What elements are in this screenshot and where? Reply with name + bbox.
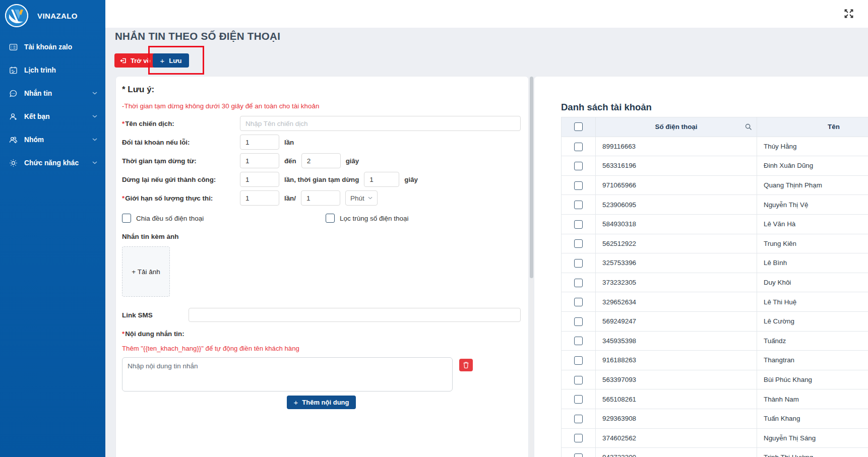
topbar xyxy=(105,0,868,28)
link-sms-input[interactable] xyxy=(189,308,521,322)
split-phones-checkbox[interactable] xyxy=(122,214,131,223)
note-warning: -Thời gian tạm dừng không dưới 30 giây đ… xyxy=(122,102,521,110)
pause-range-suffix: giây xyxy=(346,157,359,165)
add-content-button[interactable]: + Thêm nội dung xyxy=(287,396,356,409)
plus-icon: + xyxy=(294,399,298,406)
row-name: Nguyễn Thị Sáng xyxy=(757,428,868,448)
table-row[interactable]: 563316196 Đinh Xuân Dũng xyxy=(562,156,868,176)
campaign-form-card: * Lưu ý: -Thời gian tạm dừng không dưới … xyxy=(116,77,528,457)
pause-to-input[interactable] xyxy=(301,153,341,168)
table-row[interactable]: 329652634 Lê Thi Huệ xyxy=(562,292,868,312)
row-checkbox[interactable] xyxy=(574,453,583,457)
dedupe-phones-group: Lọc trùng số điện thoại xyxy=(326,214,409,223)
sidebar-item-lich-trinh[interactable]: Lịch trình xyxy=(0,58,105,82)
table-row[interactable]: 325753396 Lê Bình xyxy=(562,253,868,273)
dedupe-phones-checkbox[interactable] xyxy=(326,214,335,223)
table-row[interactable]: 899116663 Thúy Hằng xyxy=(562,137,868,156)
row-checkbox[interactable] xyxy=(574,395,583,404)
row-checkbox-cell xyxy=(562,156,596,176)
message-content-textarea[interactable] xyxy=(122,357,453,391)
sidebar-item-nhom[interactable]: Nhóm xyxy=(0,128,105,151)
sidebar-item-label: Chức năng khác xyxy=(24,159,79,167)
row-checkbox-cell xyxy=(562,273,596,292)
back-button-label: Trở về xyxy=(131,57,151,64)
campaign-name-input[interactable] xyxy=(240,116,521,131)
select-all-checkbox[interactable] xyxy=(574,122,583,131)
sidebar-item-label: Kết bạn xyxy=(24,113,50,120)
row-checkbox[interactable] xyxy=(574,201,583,209)
sidebar-item-nhan-tin[interactable]: Nhắn tin xyxy=(0,82,105,105)
row-checkbox[interactable] xyxy=(574,337,583,345)
rate-limit-per-input[interactable] xyxy=(301,190,340,206)
rate-limit-input[interactable] xyxy=(240,190,279,206)
save-button[interactable]: + Lưu xyxy=(153,53,189,68)
sidebar-item-chuc-nang-khac[interactable]: Chức năng khác xyxy=(0,151,105,174)
row-checkbox[interactable] xyxy=(574,259,583,268)
row-checkbox[interactable] xyxy=(574,434,583,442)
row-name: Thúy Hằng xyxy=(757,137,868,156)
row-phone: 569249247 xyxy=(596,311,757,331)
stop-on-success-middle: lần, thời gian tạm dừng xyxy=(284,176,359,183)
table-row[interactable]: 562512922 Trung Kiên xyxy=(562,234,868,253)
row-checkbox[interactable] xyxy=(574,143,583,151)
switch-account-label: Đổi tài khoản nếu lỗi: xyxy=(122,139,240,146)
row-checkbox[interactable] xyxy=(574,415,583,423)
pause-from-input[interactable] xyxy=(240,153,279,168)
chevron-down-icon xyxy=(92,138,97,141)
sidebar-item-tai-khoan-zalo[interactable]: Tài khoản zalo xyxy=(0,35,105,58)
row-checkbox[interactable] xyxy=(574,239,583,248)
accounts-card: Danh sách tài khoản Số điện thoại Tên 89… xyxy=(534,77,868,457)
stop-pause-input[interactable] xyxy=(364,172,399,187)
row-checkbox[interactable] xyxy=(574,279,583,287)
table-row[interactable]: 523906095 Nguyễn Thị Vệ xyxy=(562,195,868,215)
table-row[interactable]: 569249247 Lê Cường xyxy=(562,311,868,331)
fullscreen-expand-icon[interactable] xyxy=(843,8,855,20)
table-row[interactable]: 943723300 Trịnh Thị Hường xyxy=(562,448,868,457)
delete-content-button[interactable] xyxy=(459,359,473,371)
row-name: Lê Bình xyxy=(757,253,868,273)
stop-on-success-input[interactable] xyxy=(240,172,279,187)
row-name: Trịnh Thị Hường xyxy=(757,448,868,457)
table-row[interactable]: 373232305 Duy Khôi xyxy=(562,273,868,292)
row-checkbox-cell xyxy=(562,137,596,156)
table-row[interactable]: 916188263 Thangtran xyxy=(562,351,868,370)
sidebar-item-label: Nhắn tin xyxy=(24,90,52,97)
select-all-header-cell xyxy=(562,117,596,137)
stop-on-success-label: Dừng lại nếu gửi thành công: xyxy=(122,176,240,183)
sidebar-item-ket-ban[interactable]: Kết bạn xyxy=(0,105,105,128)
switch-account-input[interactable] xyxy=(240,135,279,150)
search-icon[interactable] xyxy=(745,123,752,130)
table-row[interactable]: 345935398 Tuấndz xyxy=(562,331,868,351)
chat-icon xyxy=(9,89,18,98)
row-checkbox-cell xyxy=(562,370,596,389)
row-checkbox[interactable] xyxy=(574,162,583,170)
row-checkbox[interactable] xyxy=(574,298,583,306)
back-button[interactable]: Trở về xyxy=(114,53,156,68)
row-phone: 565108261 xyxy=(596,389,757,409)
upload-image-label: + Tải ảnh xyxy=(132,268,160,276)
row-checkbox[interactable] xyxy=(574,317,583,326)
table-row[interactable]: 584930318 Lê Văn Hà xyxy=(562,214,868,234)
row-name: Bùi Phúc Khang xyxy=(757,370,868,389)
table-row[interactable]: 374602562 Nguyễn Thị Sáng xyxy=(562,428,868,448)
table-row[interactable]: 971065966 Quang Thịnh Phạm xyxy=(562,175,868,195)
pause-range-middle: đến xyxy=(284,157,296,165)
add-content-label: Thêm nội dung xyxy=(302,399,349,406)
row-checkbox[interactable] xyxy=(574,376,583,384)
row-checkbox[interactable] xyxy=(574,181,583,190)
table-row[interactable]: 563397093 Bùi Phúc Khang xyxy=(562,370,868,389)
form-scrollbar-thumb[interactable] xyxy=(530,77,533,278)
rate-limit-unit-select[interactable]: Phút xyxy=(345,190,378,206)
row-name: Lê Văn Hà xyxy=(757,214,868,234)
brightness-icon xyxy=(9,159,18,167)
row-checkbox[interactable] xyxy=(574,356,583,365)
table-row[interactable]: 929363908 Tuấn Khang xyxy=(562,409,868,428)
row-name: Tuấndz xyxy=(757,331,868,351)
row-checkbox[interactable] xyxy=(574,220,583,229)
accounts-title: Danh sách tài khoản xyxy=(561,102,868,113)
dedupe-phones-label: Lọc trùng số điện thoại xyxy=(340,215,409,222)
upload-image-button[interactable]: + Tải ảnh xyxy=(122,246,170,297)
form-scrollbar-track[interactable] xyxy=(530,77,533,457)
table-row[interactable]: 565108261 Thành Nam xyxy=(562,389,868,409)
chevron-down-icon xyxy=(92,115,97,118)
